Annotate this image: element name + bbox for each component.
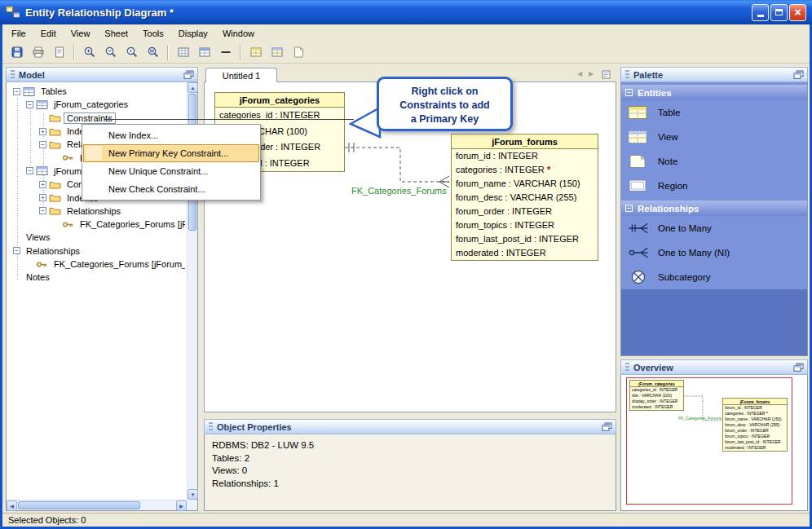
palette-item-region[interactable]: Region xyxy=(621,174,807,198)
grip-icon[interactable] xyxy=(11,70,15,80)
float-panel-icon[interactable] xyxy=(793,363,804,372)
object-properties-header[interactable]: Object Properties xyxy=(204,419,616,434)
maximize-button[interactable] xyxy=(770,4,788,21)
palette-item-table[interactable]: Table xyxy=(621,100,807,125)
menu-file[interactable]: File xyxy=(4,26,33,41)
menu-display[interactable]: Display xyxy=(171,26,215,41)
table-column[interactable]: forum_order : INTEGER xyxy=(452,205,598,218)
collapse-icon[interactable]: − xyxy=(625,89,633,96)
tree-item-tables[interactable]: −Tables xyxy=(8,85,185,98)
note-icon xyxy=(628,153,649,170)
scroll-up-icon[interactable] xyxy=(188,82,198,93)
table-column[interactable]: forum_desc : VARCHAR (255) xyxy=(452,191,598,205)
insert-table-button[interactable] xyxy=(245,43,266,62)
insert-note-button[interactable] xyxy=(288,43,308,62)
tree-item-relationships[interactable]: −Relationships xyxy=(8,245,185,258)
collapse-icon[interactable]: − xyxy=(625,205,633,212)
zoom-fit-button[interactable] xyxy=(143,43,163,62)
expand-icon[interactable]: + xyxy=(39,194,46,201)
insert-view-button[interactable] xyxy=(267,43,287,62)
collapse-icon[interactable]: − xyxy=(39,141,46,148)
scroll-right-icon[interactable] xyxy=(176,500,187,511)
scroll-left-icon[interactable] xyxy=(7,500,17,511)
tab-untitled-1[interactable]: Untitled 1 xyxy=(205,68,277,82)
expand-icon[interactable]: + xyxy=(39,128,46,135)
title-bar[interactable]: Entity Relationship Diagram * xyxy=(0,0,812,24)
overview-header[interactable]: Overview xyxy=(620,359,808,375)
diagram-table-jforum-forums[interactable]: jForum_forumsforum_id : INTEGERcategorie… xyxy=(451,134,598,261)
menu-item-new-unique-constraint[interactable]: New Unique Constraint... xyxy=(83,162,259,180)
window-title: Entity Relationship Diagram * xyxy=(25,7,752,19)
table-column[interactable]: categories_id : INTEGER xyxy=(215,108,344,124)
menu-window[interactable]: Window xyxy=(215,26,262,41)
collapse-icon[interactable]: − xyxy=(26,101,33,108)
table-column[interactable]: forum_id : INTEGER xyxy=(452,149,598,163)
toolbar-separator xyxy=(73,45,75,60)
menu-edit[interactable]: Edit xyxy=(33,26,64,41)
table-view-button[interactable] xyxy=(194,43,214,62)
line-button[interactable] xyxy=(215,43,236,62)
page-setup-button[interactable] xyxy=(49,43,69,62)
palette-item-one-to-many-ni[interactable]: One to Many (NI) xyxy=(621,240,807,265)
collapse-icon[interactable]: − xyxy=(26,167,33,174)
tree-item-views[interactable]: Views xyxy=(8,231,185,244)
palette-section-label: Relationships xyxy=(638,204,699,214)
collapse-icon[interactable]: − xyxy=(39,207,46,214)
table-column[interactable]: categories : INTEGER * xyxy=(452,163,598,177)
menu-item-new-check-constraint[interactable]: New Check Constraint... xyxy=(83,180,259,198)
palette-section-relationships[interactable]: −Relationships xyxy=(621,201,807,216)
table-header[interactable]: jForum_categories xyxy=(215,93,344,108)
menu-view[interactable]: View xyxy=(64,26,98,41)
grid-button[interactable] xyxy=(173,43,193,62)
tree-item-fk-categories-forums-jforum-categories[interactable]: FK_Categories_Forums [jForum_categories] xyxy=(8,258,185,271)
collapse-icon[interactable]: − xyxy=(13,247,20,254)
horizontal-scrollbar[interactable] xyxy=(7,500,187,510)
grip-icon[interactable] xyxy=(625,70,629,80)
float-panel-icon[interactable] xyxy=(602,422,612,431)
palette-item-subcategory[interactable]: Subcategory xyxy=(621,265,807,289)
tree-item-notes[interactable]: Notes xyxy=(8,271,185,284)
zoom-actual-button[interactable] xyxy=(121,43,142,62)
expand-icon[interactable]: + xyxy=(39,181,46,188)
menu-sheet[interactable]: Sheet xyxy=(97,26,135,41)
menu-tools[interactable]: Tools xyxy=(135,26,171,41)
palette-item-note[interactable]: Note xyxy=(621,149,807,174)
tab-list-icon[interactable] xyxy=(601,69,611,80)
tab-scroll-right-icon[interactable] xyxy=(589,70,594,77)
palette-section-entities[interactable]: −Entities xyxy=(621,85,807,100)
float-panel-icon[interactable] xyxy=(183,70,194,79)
table-column[interactable]: forum_topics : INTEGER xyxy=(452,218,598,232)
tree-item-fk-categories-forums-jforum-categories[interactable]: FK_Categories_Forums [jForum_categories] xyxy=(8,218,185,231)
table-column[interactable]: forum_last_post_id : INTEGER xyxy=(452,232,598,246)
palette-item-one-to-many[interactable]: One to Many xyxy=(621,216,807,240)
grip-icon[interactable] xyxy=(209,422,213,432)
fk-icon xyxy=(62,220,74,229)
model-panel-header[interactable]: Model xyxy=(6,67,198,82)
float-panel-icon[interactable] xyxy=(793,70,804,79)
menu-item-new-index[interactable]: New Index... xyxy=(83,126,259,144)
print-button[interactable] xyxy=(28,43,48,62)
close-icon xyxy=(794,7,801,18)
scroll-down-icon[interactable] xyxy=(188,489,198,500)
close-button[interactable] xyxy=(789,4,806,21)
scrollbar-thumb[interactable] xyxy=(18,501,140,509)
table-header[interactable]: jForum_forums xyxy=(452,134,598,149)
palette-header[interactable]: Palette xyxy=(620,67,808,82)
tab-scroll-left-icon[interactable] xyxy=(577,70,582,77)
menu-item-new-primary-key-constraint[interactable]: New Primary Key Constraint... xyxy=(83,144,259,162)
tree-item-constraints[interactable]: Constraints xyxy=(8,112,185,125)
collapse-icon[interactable]: − xyxy=(13,88,20,95)
zoom-out-button[interactable] xyxy=(100,43,121,62)
table-column[interactable]: forum_name : VARCHAR (150) xyxy=(452,177,598,191)
minimize-button[interactable] xyxy=(752,4,769,21)
app-icon xyxy=(6,5,20,20)
folder-icon xyxy=(49,192,61,203)
tree-item-jforum-categories[interactable]: −jForum_categories xyxy=(8,98,185,111)
palette-item-view[interactable]: View xyxy=(621,125,807,149)
save-button[interactable] xyxy=(7,43,27,62)
grip-icon[interactable] xyxy=(625,363,629,373)
table-column[interactable]: moderated : INTEGER xyxy=(452,246,598,260)
tree-item-relationships[interactable]: −Relationships xyxy=(8,205,185,218)
zoom-in-button[interactable] xyxy=(79,43,99,62)
subcategory-icon xyxy=(628,269,649,285)
